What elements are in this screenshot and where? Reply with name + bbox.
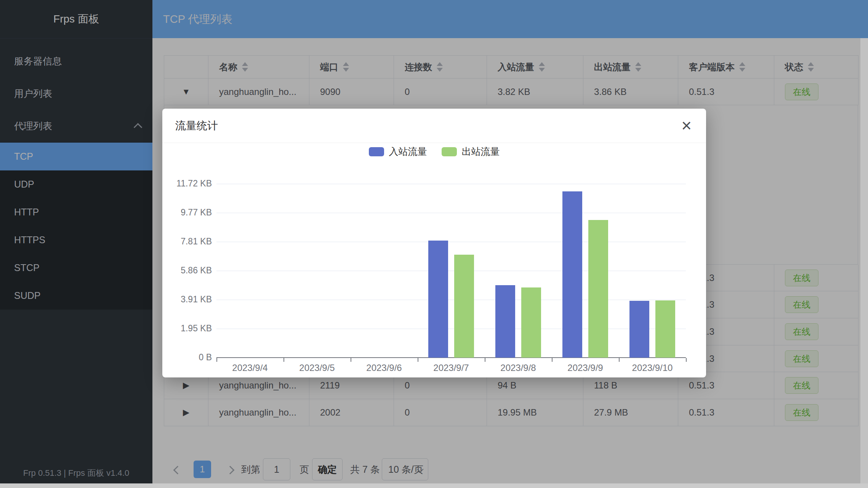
bar-入站流量-2023/9/8	[495, 285, 515, 358]
bar-入站流量-2023/9/9	[562, 191, 582, 358]
frps-dashboard: { "sidebar": { "title": "Frps 面板", "item…	[0, 0, 868, 488]
x-axis-tick	[619, 358, 620, 362]
y-axis-label: 0 B	[162, 352, 212, 363]
x-axis-label: 2023/9/10	[619, 363, 686, 373]
y-gridline	[216, 242, 686, 242]
x-axis-label: 2023/9/5	[283, 363, 351, 373]
bar-入站流量-2023/9/10	[629, 301, 649, 358]
y-gridline	[216, 184, 686, 184]
x-axis-tick	[485, 358, 485, 362]
y-axis-label: 3.91 KB	[162, 294, 212, 305]
traffic-bar-chart: 0 B1.95 KB3.91 KB5.86 KB7.81 KB9.77 KB11…	[162, 109, 706, 377]
bar-出站流量-2023/9/8	[521, 287, 541, 358]
y-gridline	[216, 213, 686, 213]
bar-出站流量-2023/9/7	[454, 255, 474, 358]
x-axis-tick	[283, 358, 284, 362]
x-axis-tick	[552, 358, 553, 362]
y-axis-label: 7.81 KB	[162, 236, 212, 247]
vertical-scrollbar[interactable]	[860, 38, 868, 483]
horizontal-scrollbar[interactable]	[0, 483, 868, 488]
x-axis-tick	[686, 358, 687, 362]
bar-出站流量-2023/9/9	[588, 220, 608, 358]
x-axis-label: 2023/9/8	[485, 363, 552, 373]
y-gridline	[216, 271, 686, 271]
x-axis-tick	[418, 358, 418, 362]
x-axis-label: 2023/9/7	[418, 363, 485, 373]
y-gridline	[216, 329, 686, 329]
x-axis-tick	[216, 358, 217, 362]
y-gridline	[216, 300, 686, 300]
bar-出站流量-2023/9/10	[655, 300, 675, 358]
y-axis-label: 1.95 KB	[162, 323, 212, 334]
x-axis-tick	[351, 358, 351, 362]
traffic-stats-modal: 流量统计 × 入站流量出站流量 0 B1.95 KB3.91 KB5.86 KB…	[162, 109, 706, 377]
bar-入站流量-2023/9/7	[428, 241, 448, 358]
x-axis-label: 2023/9/9	[552, 363, 619, 373]
x-axis-label: 2023/9/4	[216, 363, 283, 373]
y-axis-label: 5.86 KB	[162, 265, 212, 276]
y-axis-label: 11.72 KB	[162, 178, 212, 189]
x-axis-label: 2023/9/6	[351, 363, 418, 373]
y-axis-label: 9.77 KB	[162, 207, 212, 218]
x-axis-line	[216, 357, 686, 358]
